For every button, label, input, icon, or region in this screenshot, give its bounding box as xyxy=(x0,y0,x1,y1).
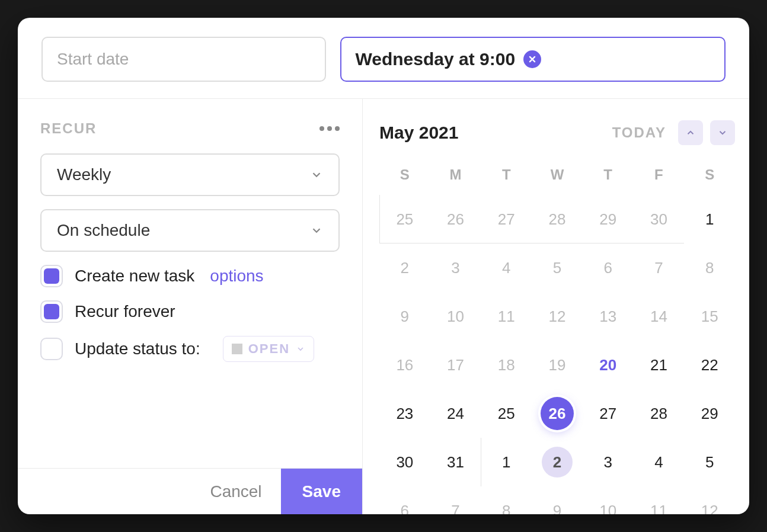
calendar-grid: 2526272829301234567891011121314151617181… xyxy=(379,195,735,514)
recur-heading: RECUR xyxy=(40,120,97,137)
chevron-down-icon xyxy=(310,168,323,181)
calendar-day[interactable]: 4 xyxy=(481,243,532,292)
calendar-day[interactable]: 25 xyxy=(379,195,430,243)
calendar-day[interactable]: 9 xyxy=(379,292,430,341)
calendar-day[interactable]: 29 xyxy=(583,195,634,243)
create-new-task-options-link[interactable]: options xyxy=(210,267,263,286)
calendar-day[interactable]: 7 xyxy=(634,243,685,292)
save-button[interactable]: Save xyxy=(281,469,362,514)
status-select[interactable]: OPEN xyxy=(223,336,314,362)
calendar-day[interactable]: 5 xyxy=(532,243,583,292)
recur-forever-checkbox[interactable] xyxy=(40,300,63,323)
calendar-day[interactable]: 6 xyxy=(583,243,634,292)
start-date-input[interactable]: Start date xyxy=(41,37,326,82)
calendar-day[interactable]: 1 xyxy=(481,438,532,486)
calendar-day[interactable]: 3 xyxy=(430,243,481,292)
calendar-day[interactable]: 11 xyxy=(634,486,685,514)
calendar-day[interactable]: 12 xyxy=(684,486,735,514)
calendar-weekday: S xyxy=(379,159,430,195)
start-date-placeholder: Start date xyxy=(57,50,129,69)
mode-select[interactable]: On schedule xyxy=(40,209,340,252)
calendar-title: May 2021 xyxy=(379,123,458,143)
calendar-day[interactable]: 4 xyxy=(634,438,685,486)
calendar-day[interactable]: 6 xyxy=(379,486,430,514)
calendar-day[interactable]: 5 xyxy=(684,438,735,486)
calendar-day[interactable]: 28 xyxy=(532,195,583,243)
update-status-row: Update status to: OPEN xyxy=(40,336,340,362)
recur-pane: RECUR Weekly On schedule Create new task xyxy=(18,99,363,514)
due-date-input[interactable]: Wednesday at 9:00 xyxy=(340,37,726,82)
calendar-day[interactable]: 9 xyxy=(532,486,583,514)
clear-due-date-button[interactable] xyxy=(523,50,541,68)
calendar-day[interactable]: 10 xyxy=(430,292,481,341)
calendar-day[interactable]: 7 xyxy=(430,486,481,514)
calendar-weekday: S xyxy=(684,159,735,195)
calendar-day[interactable]: 29 xyxy=(684,389,735,438)
calendar-day[interactable]: 2 xyxy=(379,243,430,292)
calendar-day[interactable]: 1 xyxy=(684,195,735,243)
chevron-up-icon xyxy=(685,127,696,138)
calendar-pane: May 2021 TODAY SMTWTFS 25262728293012345… xyxy=(363,99,749,514)
modal-body: RECUR Weekly On schedule Create new task xyxy=(18,99,749,514)
calendar-day[interactable]: 26 xyxy=(532,389,583,438)
today-button[interactable]: TODAY xyxy=(612,124,666,141)
calendar-day[interactable]: 24 xyxy=(430,389,481,438)
chevron-down-icon xyxy=(310,224,323,237)
calendar-day[interactable]: 21 xyxy=(634,341,685,389)
calendar-weekday: M xyxy=(430,159,481,195)
chevron-down-icon xyxy=(717,127,728,138)
status-value: OPEN xyxy=(248,341,290,357)
calendar-day[interactable]: 16 xyxy=(379,341,430,389)
calendar-day[interactable]: 2 xyxy=(532,438,583,486)
frequency-value: Weekly xyxy=(57,165,111,184)
update-status-checkbox[interactable] xyxy=(40,338,63,360)
calendar-day[interactable]: 19 xyxy=(532,341,583,389)
calendar-day[interactable]: 8 xyxy=(481,486,532,514)
calendar-weekday: T xyxy=(583,159,634,195)
calendar-day[interactable]: 23 xyxy=(379,389,430,438)
calendar-day[interactable]: 28 xyxy=(634,389,685,438)
calendar-day[interactable]: 11 xyxy=(481,292,532,341)
calendar-day[interactable]: 12 xyxy=(532,292,583,341)
due-date-value: Wednesday at 9:00 xyxy=(356,49,516,69)
calendar-weekday-row: SMTWTFS xyxy=(379,159,735,195)
calendar-weekday: T xyxy=(481,159,532,195)
recur-forever-row: Recur forever xyxy=(40,300,340,323)
calendar-day[interactable]: 3 xyxy=(583,438,634,486)
calendar-day[interactable]: 30 xyxy=(634,195,685,243)
calendar-day[interactable]: 27 xyxy=(583,389,634,438)
create-new-task-checkbox[interactable] xyxy=(40,265,63,287)
calendar-day[interactable]: 15 xyxy=(684,292,735,341)
create-new-task-row: Create new task options xyxy=(40,265,340,287)
calendar-day[interactable]: 26 xyxy=(430,195,481,243)
calendar-weekday: F xyxy=(634,159,685,195)
calendar-day[interactable]: 13 xyxy=(583,292,634,341)
date-recur-modal: Start date Wednesday at 9:00 RECUR Weekl… xyxy=(18,18,749,514)
chevron-down-icon xyxy=(296,344,305,354)
next-month-button[interactable] xyxy=(710,120,735,145)
date-inputs-row: Start date Wednesday at 9:00 xyxy=(18,18,749,99)
calendar-day[interactable]: 14 xyxy=(634,292,685,341)
cancel-button[interactable]: Cancel xyxy=(191,469,280,514)
calendar-day[interactable]: 30 xyxy=(379,438,430,486)
calendar-day[interactable]: 31 xyxy=(430,438,481,486)
calendar-day[interactable]: 10 xyxy=(583,486,634,514)
create-new-task-label: Create new task xyxy=(75,267,194,286)
close-icon xyxy=(528,55,536,63)
frequency-select[interactable]: Weekly xyxy=(40,153,340,196)
recur-forever-label: Recur forever xyxy=(75,302,175,321)
dots-icon xyxy=(319,126,324,131)
prev-month-button[interactable] xyxy=(678,120,703,145)
calendar-day[interactable]: 27 xyxy=(481,195,532,243)
calendar-day[interactable]: 18 xyxy=(481,341,532,389)
status-color-icon xyxy=(232,344,242,354)
calendar-day[interactable]: 8 xyxy=(684,243,735,292)
calendar-day[interactable]: 20 xyxy=(583,341,634,389)
calendar-weekday: W xyxy=(532,159,583,195)
calendar-day[interactable]: 25 xyxy=(481,389,532,438)
update-status-label: Update status to: xyxy=(75,339,200,358)
calendar-day[interactable]: 22 xyxy=(684,341,735,389)
footer: Cancel Save xyxy=(18,468,362,514)
recur-more-button[interactable] xyxy=(319,126,340,131)
calendar-day[interactable]: 17 xyxy=(430,341,481,389)
